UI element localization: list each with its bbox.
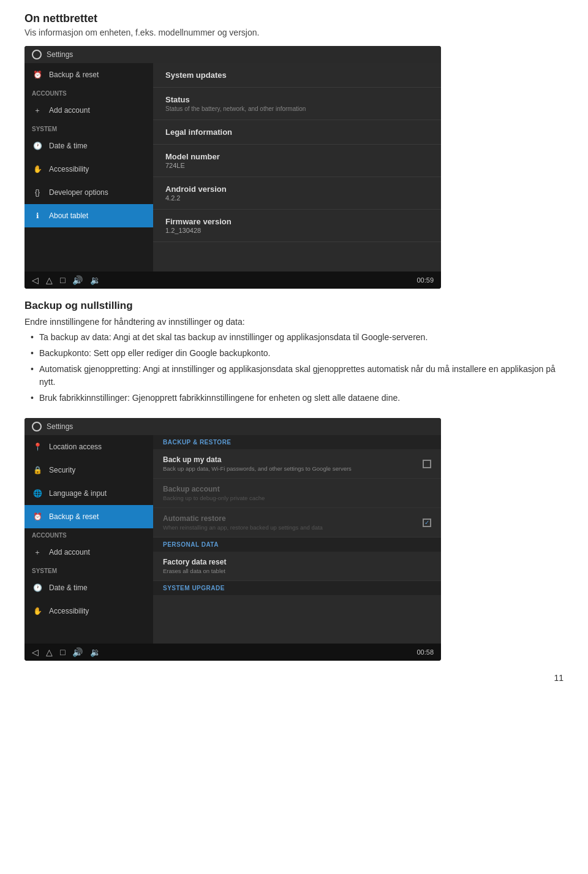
sidebar-section-system-2: SYSTEM bbox=[24, 564, 153, 576]
volume-icon-3: 🔊 bbox=[72, 647, 83, 657]
sidebar-item-about-tablet[interactable]: ℹ About tablet bbox=[24, 204, 153, 227]
model-number-value: 724LE bbox=[165, 162, 429, 169]
screenshot-1: Settings ⏰ Backup & reset ACCOUNTS ＋ Add… bbox=[24, 46, 441, 289]
recents-icon: □ bbox=[60, 275, 65, 285]
sidebar-label-about-tablet: About tablet bbox=[49, 211, 88, 220]
automatic-restore-checkbox bbox=[423, 519, 431, 527]
bullet-2: Backupkonto: Sett opp eller rediger din … bbox=[31, 347, 564, 360]
plus-icon: ＋ bbox=[32, 105, 43, 116]
sidebar-item-backup-reset[interactable]: ⏰ Backup & reset bbox=[24, 63, 153, 86]
backup-account-desc: Backing up to debug-only private cache bbox=[163, 495, 265, 501]
sidebar-item-location[interactable]: 📍 Location access bbox=[24, 435, 153, 458]
content-back-up-data[interactable]: Back up my data Back up app data, Wi-Fi … bbox=[153, 449, 441, 479]
statusbar-2-nav: ◁ △ □ 🔊 🔉 bbox=[32, 647, 100, 657]
content-legal[interactable]: Legal information bbox=[153, 120, 441, 145]
page-subtitle: Vis informasjon om enheten, f.eks. model… bbox=[24, 28, 564, 37]
braces-icon: {} bbox=[32, 187, 43, 198]
hand-icon-2: ✋ bbox=[32, 606, 43, 617]
sidebar-item-add-account-2[interactable]: ＋ Add account bbox=[24, 541, 153, 564]
sidebar-item-add-account[interactable]: ＋ Add account bbox=[24, 99, 153, 122]
sidebar-item-date-time-2[interactable]: 🕐 Date & time bbox=[24, 576, 153, 599]
content-system-updates[interactable]: System updates bbox=[153, 63, 441, 88]
back-icon: ◁ bbox=[32, 275, 39, 285]
content-status[interactable]: Status Status of the battery, network, a… bbox=[153, 88, 441, 120]
statusbar-1-nav: ◁ △ □ 🔊 🔉 bbox=[32, 275, 100, 285]
sidebar-section-system: SYSTEM bbox=[24, 122, 153, 134]
recents-icon-2: □ bbox=[60, 647, 65, 657]
plus-icon-2: ＋ bbox=[32, 547, 43, 558]
hand-icon: ✋ bbox=[32, 164, 43, 175]
android-version-title: Android version bbox=[165, 184, 429, 194]
status-subtitle: Status of the battery, network, and othe… bbox=[165, 105, 429, 112]
page-heading: On nettbrettet bbox=[24, 12, 564, 25]
sidebar-item-backup-reset-2[interactable]: ⏰ Backup & reset bbox=[24, 505, 153, 528]
clock-icon: ⏰ bbox=[32, 69, 43, 80]
system-upgrade-header: SYSTEM UPGRADE bbox=[153, 581, 441, 595]
firmware-version-title: Firmware version bbox=[165, 217, 429, 226]
body-section: Backup og nullstilling Endre innstilling… bbox=[24, 300, 564, 405]
back-icon-2: ◁ bbox=[32, 647, 39, 657]
screenshot-1-title: Settings bbox=[47, 50, 73, 59]
sidebar-item-accessibility-2[interactable]: ✋ Accessibility bbox=[24, 599, 153, 623]
accounts-section-label: ACCOUNTS bbox=[32, 90, 67, 97]
lock-icon: 🔒 bbox=[32, 465, 43, 476]
clock-icon-2: 🕐 bbox=[32, 140, 43, 151]
android-version-value: 4.2.2 bbox=[165, 194, 429, 202]
sidebar-item-accessibility[interactable]: ✋ Accessibility bbox=[24, 158, 153, 181]
volume-icon-2: 🔉 bbox=[90, 275, 100, 285]
back-up-data-checkbox[interactable] bbox=[423, 460, 431, 468]
sidebar-label-backup-reset-2: Backup & reset bbox=[49, 512, 99, 521]
home-icon: △ bbox=[46, 275, 53, 285]
backup-account-title: Backup account bbox=[163, 485, 265, 493]
sidebar-label-add-account-2: Add account bbox=[49, 548, 90, 557]
sidebar-label-date-time-2: Date & time bbox=[49, 583, 88, 592]
sidebar-section-accounts: ACCOUNTS bbox=[24, 86, 153, 99]
system-section-label-2: SYSTEM bbox=[32, 568, 57, 574]
status-title: Status bbox=[165, 95, 429, 104]
content-android-version[interactable]: Android version 4.2.2 bbox=[153, 177, 441, 210]
sidebar-item-security[interactable]: 🔒 Security bbox=[24, 458, 153, 482]
legal-title: Legal information bbox=[165, 127, 429, 137]
content-model-number[interactable]: Model number 724LE bbox=[153, 145, 441, 177]
firmware-version-value: 1.2_130428 bbox=[165, 227, 429, 234]
sidebar-item-developer-options[interactable]: {} Developer options bbox=[24, 181, 153, 204]
settings-gear-icon-2 bbox=[32, 422, 42, 431]
settings-gear-icon bbox=[32, 50, 42, 59]
bullet-3: Automatisk gjenoppretting: Angi at innst… bbox=[31, 363, 564, 389]
screenshot-1-header: Settings bbox=[24, 46, 441, 63]
bullet-list: Ta backup av data: Angi at det skal tas … bbox=[24, 331, 564, 405]
settings-content-1: System updates Status Status of the batt… bbox=[153, 63, 441, 272]
content-firmware-version[interactable]: Firmware version 1.2_130428 bbox=[153, 210, 441, 242]
page-number: 11 bbox=[24, 673, 564, 683]
factory-reset-desc: Erases all data on tablet bbox=[163, 568, 226, 574]
content-backup-account: Backup account Backing up to debug-only … bbox=[153, 479, 441, 508]
automatic-restore-title: Automatic restore bbox=[163, 514, 323, 523]
sidebar-label-accessibility: Accessibility bbox=[49, 165, 89, 173]
content-automatic-restore: Automatic restore When reinstalling an a… bbox=[153, 508, 441, 538]
statusbar-1: ◁ △ □ 🔊 🔉 00:59 bbox=[24, 272, 441, 289]
content-factory-reset[interactable]: Factory data reset Erases all data on ta… bbox=[153, 552, 441, 581]
statusbar-2-right: 00:58 bbox=[417, 648, 434, 656]
volume-icon-4: 🔉 bbox=[90, 647, 100, 657]
lang-icon: 🌐 bbox=[32, 488, 43, 499]
model-number-title: Model number bbox=[165, 152, 429, 161]
sidebar-item-language[interactable]: 🌐 Language & input bbox=[24, 482, 153, 505]
system-updates-title: System updates bbox=[165, 70, 429, 80]
settings-sidebar-1: ⏰ Backup & reset ACCOUNTS ＋ Add account … bbox=[24, 63, 153, 272]
home-icon-2: △ bbox=[46, 647, 53, 657]
sidebar-item-date-time[interactable]: 🕐 Date & time bbox=[24, 134, 153, 158]
volume-icon: 🔊 bbox=[72, 275, 83, 285]
system-section-label: SYSTEM bbox=[32, 126, 57, 132]
sidebar-label-developer-options: Developer options bbox=[49, 188, 108, 197]
location-icon: 📍 bbox=[32, 441, 43, 452]
sidebar-section-accounts-2: ACCOUNTS bbox=[24, 528, 153, 541]
statusbar-1-time: 00:59 bbox=[417, 276, 434, 284]
back-up-data-title: Back up my data bbox=[163, 455, 352, 464]
sidebar-label-add-account: Add account bbox=[49, 106, 90, 115]
statusbar-1-right: 00:59 bbox=[417, 276, 434, 284]
sidebar-label-language: Language & input bbox=[49, 489, 107, 498]
bullet-1: Ta backup av data: Angi at det skal tas … bbox=[31, 331, 564, 344]
clock-icon-4: 🕐 bbox=[32, 582, 43, 593]
automatic-restore-desc: When reinstalling an app, restore backed… bbox=[163, 524, 323, 531]
bullet-4: Bruk fabrikkinnstillinger: Gjenopprett f… bbox=[31, 392, 564, 405]
